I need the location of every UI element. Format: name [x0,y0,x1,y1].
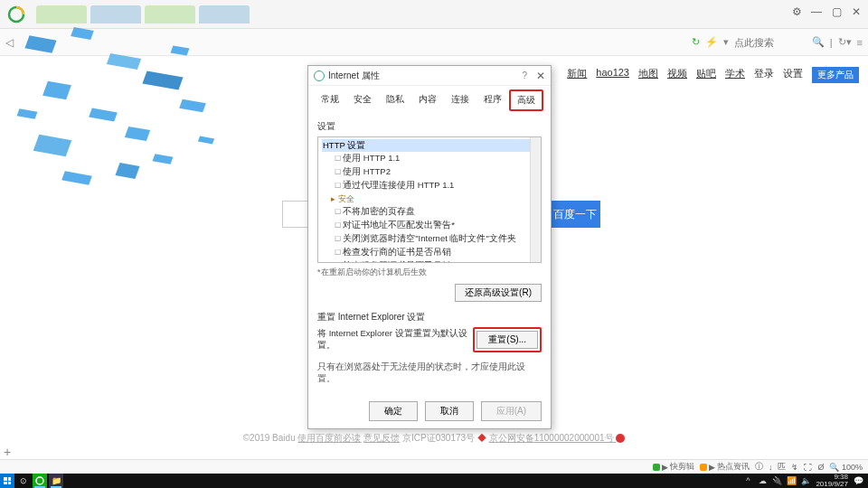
taskbar-search-icon[interactable]: ⊙ [16,474,31,488]
restart-note: *在重新启动你的计算机后生效 [317,267,542,278]
address-search-input[interactable] [734,37,807,48]
highlight-box: 重置(S)... [473,327,542,352]
cancel-button[interactable]: 取消 [425,401,474,421]
status-icon[interactable]: ↯ [791,463,798,472]
search-button[interactable]: 百度一下 [550,201,600,228]
nav-link[interactable]: 视频 [667,67,687,83]
taskbar-app-icon[interactable]: 📁 [49,474,63,488]
footer-link[interactable]: 京公网安备11000002000001号 [489,433,617,443]
dialog-buttons: 确定 取消 应用(A) [308,394,551,428]
close-window-icon[interactable]: ✕ [850,5,863,18]
tree-item[interactable]: 检查发行商的证书是否吊销 [322,246,537,259]
tray-cloud-icon[interactable]: ☁ [758,476,767,485]
tab-advanced[interactable]: 高级 [509,89,543,111]
status-icon[interactable]: 匹 [778,461,786,473]
maximize-icon[interactable]: ▢ [830,5,843,18]
taskbar-app-icon[interactable] [33,474,47,488]
nav-link[interactable]: 地图 [638,67,658,83]
tree-item[interactable]: 使用 HTTP 1.1 [322,152,537,165]
refresh-dropdown-icon[interactable]: ↻▾ [838,36,852,48]
restore-defaults-button[interactable]: 还原高级设置(R) [455,284,542,302]
nav-link-login[interactable]: 登录 [754,67,774,83]
internet-options-dialog: Internet 属性 ? ✕ 常规 安全 隐私 内容 连接 程序 高级 设置 … [307,65,552,429]
nav-link[interactable]: 学术 [725,67,745,83]
nav-link[interactable]: hao123 [596,67,629,83]
tray-power-icon[interactable]: 🔌 [772,476,781,485]
tree-item[interactable]: 不将加密的页存盘 [322,205,537,219]
tree-item[interactable]: 关闭浏览器时清空"Internet 临时文件"文件夹 [322,232,537,246]
divider: | [830,37,833,48]
settings-tree[interactable]: HTTP 设置 使用 HTTP 1.1 使用 HTTP2 通过代理连接使用 HT… [317,136,542,263]
status-icon[interactable]: ⓘ [755,461,763,473]
tab-connections[interactable]: 连接 [444,89,476,111]
nav-link[interactable]: 贴吧 [696,67,716,83]
chevron-down-icon[interactable]: ▾ [723,36,729,48]
reset-button[interactable]: 重置(S)... [476,331,538,349]
menu-icon[interactable]: ≡ [857,37,863,48]
footer-link[interactable]: 意见反馈 [363,433,400,443]
tray-wifi-icon[interactable]: 📶 [787,476,796,485]
tree-header[interactable]: HTTP 设置 [322,139,537,152]
nav-link-settings[interactable]: 设置 [783,67,803,83]
tray-expand-icon[interactable]: ^ [743,476,752,485]
footer-link[interactable]: 使用百度前必读 [297,433,361,443]
gongan-icon [616,434,625,443]
tray-volume-icon[interactable]: 🔈 [801,476,810,485]
close-dialog-icon[interactable]: ✕ [536,70,545,82]
zoom-label[interactable]: 🔍 100% [829,463,863,472]
status-chip[interactable]: ▶快剪辑 [653,461,694,473]
fullscreen-icon[interactable]: ⛶ [804,463,812,472]
tree-item[interactable]: 检查服务器证书是否已吊销* [322,259,537,263]
windows-taskbar: ⊙ 📁 ^ ☁ 🔌 📶 🔈 9:38 2019/9/27 💬 [0,474,868,488]
ie-icon [314,70,325,81]
status-bar: ▶快剪辑 ▶热点资讯 ⓘ ↓ 匹 ↯ ⛶ Ø 🔍 100% [0,459,868,474]
sync-icon[interactable]: ↻ [692,36,700,48]
footer-copyright: ©2019 Baidu 使用百度前必读 意见反馈 京ICP证030173号 ◆ … [0,432,868,445]
dialog-titlebar[interactable]: Internet 属性 ? ✕ [308,66,551,86]
reset-header: 重置 Internet Explorer 设置 [317,311,542,324]
tree-item[interactable]: 对证书地址不匹配发出警告* [322,219,537,232]
tab-general[interactable]: 常规 [314,89,346,111]
minimize-icon[interactable]: — [810,5,823,18]
reset-note: 只有在浏览器处于无法使用的状态时，才应使用此设置。 [317,361,542,385]
search-icon[interactable]: 🔍 [812,36,825,48]
window-controls: ⚙ — ▢ ✕ [790,5,863,18]
notifications-icon[interactable]: 💬 [854,476,863,485]
ok-button[interactable]: 确定 [369,401,418,421]
tree-item[interactable]: 通过代理连接使用 HTTP 1.1 [322,179,537,192]
logo-art [18,20,253,255]
reset-description: 将 Internet Explorer 设置重置为默认设置。 [317,328,473,352]
top-nav-links: 新闻 hao123 地图 视频 贴吧 学术 登录 设置 更多产品 [567,67,859,83]
new-tab-icon[interactable]: + [4,445,11,459]
bolt-icon[interactable]: ⚡ [705,36,718,48]
scrollbar[interactable] [530,137,541,262]
status-chip[interactable]: ▶热点资讯 [700,461,750,473]
tab-privacy[interactable]: 隐私 [379,89,411,111]
start-button[interactable] [0,474,14,488]
tree-item[interactable]: 使用 HTTP2 [322,165,537,179]
gear-icon[interactable]: ⚙ [790,5,803,18]
settings-label: 设置 [317,120,542,133]
apply-button[interactable]: 应用(A) [481,401,542,421]
nav-link[interactable]: 新闻 [567,67,587,83]
help-icon[interactable]: ? [522,70,527,80]
dialog-title: Internet 属性 [328,70,522,82]
more-products-button[interactable]: 更多产品 [812,67,859,83]
tree-header[interactable]: ▸ 安全 [322,192,537,205]
dialog-tabs: 常规 安全 隐私 内容 连接 程序 高级 [308,86,551,111]
svg-point-1 [36,477,43,484]
download-icon[interactable]: ↓ [769,463,773,472]
tab-security[interactable]: 安全 [346,89,379,111]
taskbar-clock[interactable]: 9:38 2019/9/27 [816,474,848,488]
tab-programs[interactable]: 程序 [476,89,509,111]
volume-icon[interactable]: Ø [817,463,824,472]
tab-content[interactable]: 内容 [411,89,444,111]
